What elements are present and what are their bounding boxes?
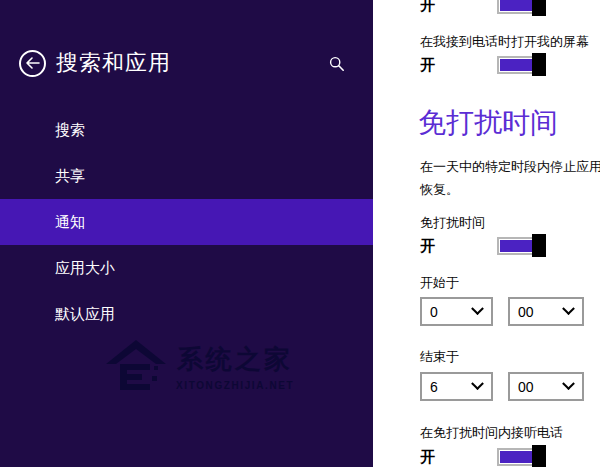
toggle-row-screen-on-call: 开 (373, 53, 600, 77)
top-toggle[interactable] (497, 0, 546, 16)
house-logo-icon (104, 336, 168, 398)
start-at-label: 开始于 (420, 274, 459, 291)
back-button[interactable] (19, 50, 46, 77)
quiet-hours-toggle[interactable] (497, 234, 546, 257)
screen-on-call-toggle[interactable] (497, 53, 546, 76)
page-title: 搜索和应用 (56, 48, 171, 78)
sidebar-item-defaults[interactable]: 默认应用 (0, 291, 373, 337)
chevron-down-icon (471, 377, 484, 390)
start-hour-select[interactable]: 0 (420, 297, 493, 326)
end-at-label: 结束于 (420, 348, 459, 365)
calls-during-quiet-label: 在免打扰时间内接听电话 (420, 424, 563, 441)
end-minute-select[interactable]: 00 (508, 372, 584, 401)
toggle-knob (532, 0, 546, 16)
end-hour-select[interactable]: 6 (420, 372, 493, 401)
toggle-state-label: 开 (420, 234, 435, 258)
toggle-state-label: 开 (420, 53, 435, 77)
toggle-row-calls: 开 (373, 445, 600, 467)
sidebar-item-notifications[interactable]: 通知 (0, 199, 373, 245)
quiet-hours-heading: 免打扰时间 (418, 104, 558, 142)
toggle-knob (532, 53, 546, 76)
calls-toggle[interactable] (497, 445, 546, 467)
chevron-down-icon (562, 377, 575, 390)
watermark-name: 系统之家 (176, 342, 294, 377)
sidebar-item-search[interactable]: 搜索 (0, 107, 373, 153)
watermark-domain: XITONGZHIJIA.NET (176, 380, 294, 391)
search-icon[interactable] (329, 56, 345, 72)
start-minute-select[interactable]: 00 (508, 297, 584, 326)
toggle-row-top: 开 (373, 0, 600, 17)
sidebar-item-app-sizes[interactable]: 应用大小 (0, 245, 373, 291)
screen-on-call-label: 在我接到电话时打开我的屏幕 (420, 33, 589, 50)
quiet-hours-toggle-label: 免打扰时间 (420, 214, 485, 231)
watermark: 系统之家 XITONGZHIJIA.NET (104, 336, 294, 398)
toggle-knob (532, 445, 546, 467)
chevron-down-icon (562, 302, 575, 315)
sidebar: 搜索和应用 搜索 共享 通知 应用大小 默认应用 (0, 0, 373, 467)
toggle-state-label: 开 (420, 445, 435, 467)
back-arrow-icon (25, 55, 40, 73)
toggle-knob (532, 234, 546, 257)
sidebar-menu: 搜索 共享 通知 应用大小 默认应用 (0, 107, 373, 337)
sidebar-item-share[interactable]: 共享 (0, 153, 373, 199)
chevron-down-icon (471, 302, 484, 315)
toggle-state-label: 开 (420, 0, 435, 17)
settings-panel: 开 在我接到电话时打开我的屏幕 开 免打扰时间 在一天中的特定时段内停止应用 恢… (373, 0, 600, 467)
pc-settings-window: 搜索和应用 搜索 共享 通知 应用大小 默认应用 (0, 0, 600, 467)
toggle-row-quiet-hours: 开 (373, 234, 600, 258)
quiet-hours-description: 在一天中的特定时段内停止应用 恢复。 (420, 155, 600, 201)
